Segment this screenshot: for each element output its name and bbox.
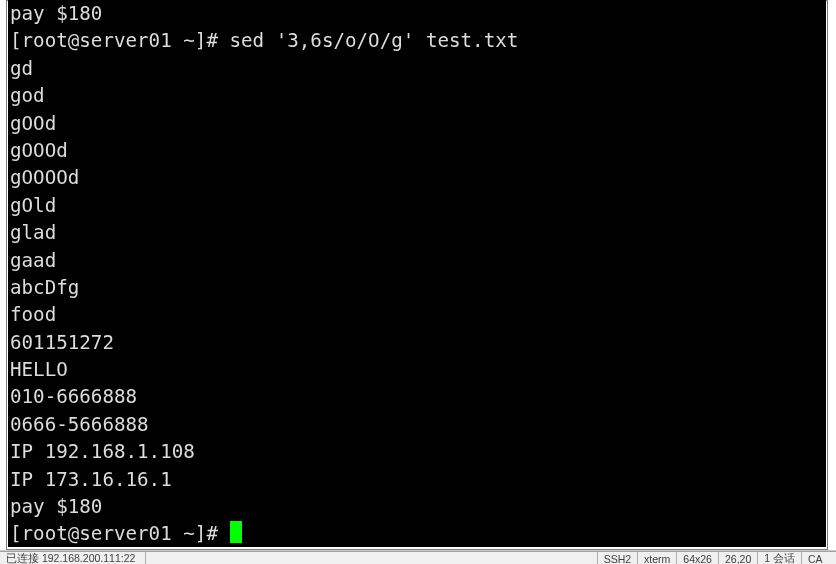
shell-prompt: [root@server01 ~]#: [10, 522, 230, 545]
terminal-line: IP 192.168.1.108: [10, 438, 824, 465]
terminal-line: 010-6666888: [10, 383, 824, 410]
status-connection: 已连接 192.168.200.111:22: [0, 552, 146, 564]
status-bar: 已连接 192.168.200.111:22 SSH2 xterm 64x26 …: [0, 551, 836, 564]
terminal-line: 0666-5666888: [10, 411, 824, 438]
terminal-line: gOOOOd: [10, 164, 824, 191]
terminal[interactable]: pay $180[root@server01 ~]# sed '3,6s/o/O…: [8, 0, 826, 547]
status-protocol: SSH2: [597, 552, 637, 564]
terminal-line: HELLO: [10, 356, 824, 383]
terminal-line: [root@server01 ~]#: [10, 520, 824, 547]
terminal-line: god: [10, 82, 824, 109]
status-term: xterm: [637, 552, 676, 564]
shell-command: sed '3,6s/o/O/g' test.txt: [230, 29, 519, 52]
terminal-line: [root@server01 ~]# sed '3,6s/o/O/g' test…: [10, 27, 824, 54]
terminal-line: glad: [10, 219, 824, 246]
terminal-line: gOld: [10, 192, 824, 219]
status-sessions: 1 会话: [757, 552, 801, 564]
terminal-line: gd: [10, 55, 824, 82]
status-cursorpos: 26,20: [718, 552, 757, 564]
terminal-window: pay $180[root@server01 ~]# sed '3,6s/o/O…: [0, 0, 836, 550]
terminal-line: gOOOd: [10, 137, 824, 164]
shell-prompt: [root@server01 ~]#: [10, 29, 230, 52]
status-size: 64x26: [676, 552, 718, 564]
terminal-line: pay $180: [10, 0, 824, 27]
terminal-line: pay $180: [10, 493, 824, 520]
terminal-line: abcDfg: [10, 274, 824, 301]
terminal-line: gaad: [10, 247, 824, 274]
terminal-line: food: [10, 301, 824, 328]
cursor: [230, 521, 242, 543]
terminal-line: 601151272: [10, 329, 824, 356]
terminal-line: gOOd: [10, 110, 824, 137]
status-caps: CA: [801, 552, 836, 564]
terminal-line: IP 173.16.16.1: [10, 466, 824, 493]
